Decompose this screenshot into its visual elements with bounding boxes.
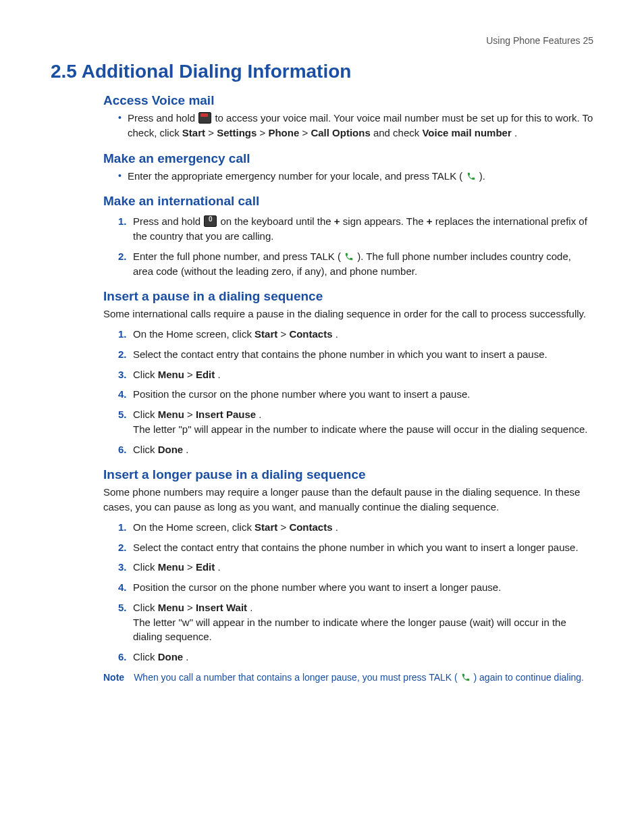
bold-text: Start	[254, 521, 277, 533]
bold-text: Contacts	[289, 521, 332, 533]
bold-text: Menu	[158, 369, 184, 380]
list-item: Click Done .	[118, 442, 593, 457]
emergency-list: Enter the appropriate emergency number f…	[51, 169, 593, 184]
page-title: 2.5 Additional Dialing Information	[51, 61, 593, 82]
body-text: Enter the full phone number, and press T…	[133, 251, 344, 262]
bold-text: Voice mail number	[422, 127, 511, 138]
bold-text: Insert Wait	[196, 602, 247, 613]
heading-emergency: Make an emergency call	[51, 151, 593, 166]
note-label: Note	[103, 671, 124, 685]
bold-text: Menu	[158, 602, 184, 613]
body-text: Click	[133, 561, 158, 573]
list-item: Press and hold to access your voice mail…	[118, 111, 593, 140]
body-text: Click	[133, 651, 158, 662]
bold-text: Menu	[158, 409, 184, 420]
list-item: On the Home screen, click Start > Contac…	[118, 327, 593, 342]
body-text: >	[187, 409, 196, 420]
heading-voicemail: Access Voice mail	[51, 93, 593, 108]
body-text: Click	[133, 409, 158, 420]
body-text: The letter "p" will appear in the number…	[133, 423, 588, 435]
bold-text: Edit	[196, 369, 215, 380]
body-text: ).	[479, 170, 485, 182]
heading-international: Make an international call	[51, 194, 593, 209]
body-text: Enter the appropriate emergency number f…	[128, 170, 466, 182]
body-text: >	[187, 369, 196, 380]
body-text: On the Home screen, click	[133, 521, 254, 533]
talk-icon	[344, 252, 354, 261]
voicemail-list: Press and hold to access your voice mail…	[51, 111, 593, 140]
body-text: .	[186, 651, 188, 662]
body-text: .	[217, 369, 220, 380]
body-text: Click	[133, 602, 158, 613]
body-text: Click	[133, 444, 158, 455]
body-text: Click	[133, 369, 158, 380]
bold-text: Edit	[196, 561, 215, 573]
list-item: Click Menu > Insert Wait . The letter "w…	[118, 600, 593, 644]
body-text: >	[187, 602, 196, 613]
bold-text: +	[334, 215, 340, 227]
bold-text: Menu	[158, 561, 184, 573]
heading-longer-pause: Insert a longer pause in a dialing seque…	[51, 467, 593, 482]
bold-text: Start	[254, 328, 277, 340]
bold-text: Call Options	[311, 127, 370, 138]
body-text: >	[280, 328, 289, 340]
body-text: .	[336, 328, 338, 340]
bold-text: +	[427, 215, 433, 227]
list-item: Click Menu > Edit .	[118, 367, 593, 382]
list-item: Position the cursor on the phone number …	[118, 580, 593, 595]
bold-text: Start	[182, 127, 205, 138]
talk-icon	[466, 172, 476, 181]
list-item: Click Menu > Insert Pause . The letter "…	[118, 407, 593, 437]
note-block: Note When you call a number that contain…	[51, 671, 593, 685]
list-item: Enter the appropriate emergency number f…	[118, 169, 593, 184]
bold-text: Done	[158, 651, 184, 662]
bold-text: Done	[158, 444, 184, 455]
list-item: Enter the full phone number, and press T…	[118, 249, 593, 279]
body-text: .	[250, 602, 252, 613]
body-text: >	[302, 127, 311, 138]
body-text: .	[186, 444, 188, 455]
body-text: sign appears. The	[343, 215, 427, 227]
body-text: Press and hold	[133, 215, 203, 227]
note-text: When you call a number that contains a l…	[134, 671, 593, 685]
body-text: .	[217, 561, 220, 573]
list-item: Click Done .	[118, 650, 593, 664]
zero-key-icon	[204, 215, 217, 227]
body-text: When you call a number that contains a l…	[134, 672, 460, 683]
voicemail-key-icon	[198, 112, 211, 124]
body-text: >	[280, 521, 289, 533]
international-steps: Press and hold on the keyboard until the…	[51, 214, 593, 278]
body-text: .	[514, 127, 517, 138]
list-item: Position the cursor on the phone number …	[118, 387, 593, 402]
list-item: On the Home screen, click Start > Contac…	[118, 520, 593, 535]
body-text: >	[208, 127, 217, 138]
list-item: Press and hold on the keyboard until the…	[118, 214, 593, 244]
body-text: and check	[373, 127, 423, 138]
body-text: on the keyboard until the	[220, 215, 333, 227]
body-text: >	[187, 561, 196, 573]
pause-steps: On the Home screen, click Start > Contac…	[51, 327, 593, 457]
bold-text: Insert Pause	[196, 409, 256, 420]
running-header: Using Phone Features 25	[51, 35, 593, 46]
intro-text: Some phone numbers may require a longer …	[51, 485, 593, 515]
body-text: The letter "w" will appear in the number…	[133, 617, 566, 643]
list-item: Select the contact entry that contains t…	[118, 347, 593, 362]
heading-pause: Insert a pause in a dialing sequence	[51, 289, 593, 304]
body-text: .	[336, 521, 338, 533]
intro-text: Some international calls require a pause…	[51, 307, 593, 321]
list-item: Click Menu > Edit .	[118, 560, 593, 575]
list-item: Select the contact entry that contains t…	[118, 540, 593, 555]
document-page: Using Phone Features 25 2.5 Additional D…	[0, 0, 644, 725]
bold-text: Settings	[217, 127, 257, 138]
body-text: >	[260, 127, 269, 138]
body-text: On the Home screen, click	[133, 328, 254, 340]
bold-text: Phone	[268, 127, 299, 138]
body-text: .	[259, 409, 261, 420]
bold-text: Contacts	[289, 328, 332, 340]
body-text: ) again to continue dialing.	[474, 672, 584, 683]
longer-pause-steps: On the Home screen, click Start > Contac…	[51, 520, 593, 664]
body-text: Press and hold	[128, 112, 198, 124]
talk-icon	[461, 673, 471, 682]
